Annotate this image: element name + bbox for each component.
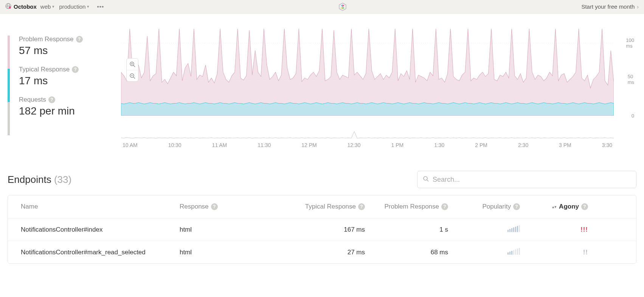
search-icon <box>423 176 429 183</box>
svg-marker-6 <box>343 5 345 7</box>
col-popularity[interactable]: Popularity? <box>448 203 520 210</box>
metric-requests[interactable]: Requests ? 182 per min <box>19 96 83 117</box>
metric-problem-response[interactable]: Problem Response ? 57 ms <box>19 36 83 57</box>
x-tick: 3:30 <box>602 142 612 148</box>
cell-popularity <box>448 248 520 257</box>
help-icon[interactable]: ? <box>581 203 588 210</box>
cell-name: NotificationsController#index <box>21 226 180 234</box>
metric-requests-label: Requests <box>19 96 46 104</box>
x-tick: 1 PM <box>391 142 404 148</box>
metric-problem-label: Problem Response <box>19 36 74 43</box>
popularity-icon <box>507 225 520 232</box>
y-tick: 100 ms <box>626 37 634 49</box>
metric-typical-label: Typical Response <box>19 66 70 73</box>
popularity-icon <box>507 248 520 255</box>
globe-icon <box>5 3 11 11</box>
x-tick: 11 AM <box>212 142 227 148</box>
help-icon[interactable]: ? <box>441 203 448 210</box>
x-tick: 2 PM <box>475 142 487 148</box>
metric-requests-value: 182 per min <box>19 105 83 117</box>
breadcrumb-service-label: web <box>40 3 51 10</box>
help-icon[interactable]: ? <box>211 203 218 210</box>
help-icon[interactable]: ? <box>76 36 83 43</box>
metric-typical-value: 17 ms <box>19 75 83 87</box>
zoom-control <box>126 58 138 82</box>
cell-problem: 1 s <box>365 226 448 234</box>
endpoints-count: (33) <box>54 174 71 185</box>
x-tick: 12:30 <box>348 142 361 148</box>
cell-response: html <box>180 226 278 234</box>
top-bar: Octobox web ▾ production ▾ ••• Start you… <box>0 0 644 14</box>
help-icon[interactable]: ? <box>358 203 365 210</box>
chevron-down-icon: ▾ <box>52 4 54 9</box>
svg-marker-7 <box>343 7 345 9</box>
cell-agony: !!! <box>520 226 588 234</box>
zoom-out-button[interactable] <box>127 70 138 81</box>
sort-icon: ▴▾ <box>552 204 557 209</box>
search-box[interactable] <box>417 171 636 188</box>
typical-color-bar <box>8 69 10 102</box>
x-tick: 10:30 <box>168 142 182 148</box>
problem-color-bar <box>8 36 10 69</box>
app-name[interactable]: Octobox <box>14 3 37 10</box>
endpoints-title-text: Endpoints <box>8 174 51 185</box>
metrics-panel: Problem Response ? 57 ms Typical Respons… <box>8 29 121 148</box>
x-tick: 10 AM <box>123 142 138 148</box>
table-row[interactable]: NotificationsController#index html 167 m… <box>8 218 636 241</box>
svg-point-18 <box>424 176 427 180</box>
cell-typical: 27 ms <box>278 249 365 256</box>
cell-agony: !! <box>520 249 588 256</box>
requests-color-bar <box>8 102 10 135</box>
chevron-right-icon: › <box>637 4 639 10</box>
endpoints-table: Name Response? Typical Response? Problem… <box>8 195 636 264</box>
x-axis-ticks: 10 AM10:3011 AM11:3012 PM12:301 PM1:302 … <box>121 139 614 148</box>
x-tick: 11:30 <box>258 142 271 148</box>
help-icon[interactable]: ? <box>48 96 55 103</box>
more-menu-button[interactable]: ••• <box>97 3 104 10</box>
col-name[interactable]: Name <box>21 203 180 210</box>
chevron-down-icon: ▾ <box>87 4 89 9</box>
breadcrumb-env[interactable]: production ▾ <box>59 3 92 10</box>
brand-logo-icon[interactable] <box>338 2 347 11</box>
metric-problem-value: 57 ms <box>19 45 83 57</box>
zoom-in-button[interactable] <box>127 59 138 70</box>
chart-container: 100 ms50 ms0 10 AM10:3011 AM11:3012 PM12… <box>121 29 636 148</box>
cell-typical: 167 ms <box>278 226 365 234</box>
search-input[interactable] <box>433 176 631 184</box>
dashboard-section: Problem Response ? 57 ms Typical Respons… <box>0 14 644 171</box>
endpoints-section: Endpoints (33) Name Response? Typical Re… <box>0 171 644 279</box>
cell-response: html <box>180 249 278 256</box>
col-response[interactable]: Response? <box>180 203 278 210</box>
breadcrumb-service[interactable]: web ▾ <box>40 3 58 10</box>
endpoints-title: Endpoints (33) <box>8 174 71 186</box>
free-trial-button[interactable]: Start your free month › <box>581 3 639 10</box>
col-agony[interactable]: ▴▾Agony? <box>520 203 588 210</box>
free-trial-label: Start your free month <box>581 3 635 10</box>
svg-line-14 <box>133 77 135 79</box>
svg-marker-5 <box>341 5 343 7</box>
table-row[interactable]: NotificationsController#mark_read_select… <box>8 241 636 263</box>
requests-sparkline[interactable] <box>121 131 614 139</box>
col-typical[interactable]: Typical Response? <box>278 203 365 210</box>
x-tick: 1:30 <box>434 142 444 148</box>
help-icon[interactable]: ? <box>513 203 520 210</box>
x-tick: 2:30 <box>518 142 528 148</box>
cell-popularity <box>448 225 520 234</box>
svg-line-19 <box>427 180 428 181</box>
help-icon[interactable]: ? <box>72 66 79 73</box>
cell-problem: 68 ms <box>365 249 448 256</box>
svg-point-3 <box>9 6 11 9</box>
metric-typical-response[interactable]: Typical Response ? 17 ms <box>19 66 83 87</box>
cell-name: NotificationsController#mark_read_select… <box>21 249 180 256</box>
y-tick: 0 <box>632 113 634 119</box>
breadcrumb-env-label: production <box>59 3 85 10</box>
y-tick: 50 ms <box>628 74 634 85</box>
svg-marker-8 <box>341 7 343 9</box>
response-chart[interactable]: 100 ms50 ms0 <box>121 29 614 127</box>
x-tick: 12 PM <box>301 142 317 148</box>
table-header: Name Response? Typical Response? Problem… <box>8 195 636 218</box>
x-tick: 3 PM <box>559 142 571 148</box>
metric-color-bars <box>8 36 10 148</box>
col-problem[interactable]: Problem Response? <box>365 203 448 210</box>
svg-line-10 <box>133 65 135 67</box>
